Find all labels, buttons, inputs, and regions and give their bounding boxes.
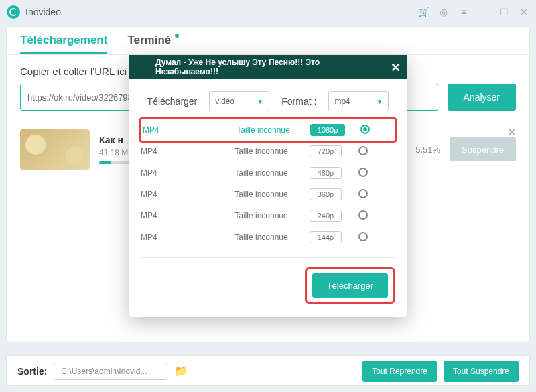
quality-badge: 240p [310, 210, 342, 222]
format-row[interactable]: MP4 Taille inconnue 1080p [143, 119, 393, 141]
format-row[interactable]: MP4 Taille inconnue 480p [141, 162, 395, 184]
modal-title-bar: Думал - Уже Не услышу Эту Песню!!! Это Н… [129, 55, 407, 79]
format-row[interactable]: MP4 Taille inconnue 720p [141, 141, 395, 162]
format-label: Format : [281, 96, 316, 107]
quality-badge: 480p [310, 167, 342, 179]
format-select[interactable]: mp4▼ [328, 91, 389, 111]
modal-close-icon[interactable]: ✕ [391, 60, 401, 75]
quality-badge: 360p [310, 188, 342, 200]
download-button[interactable]: Télécharger [312, 273, 388, 298]
radio-icon[interactable] [360, 125, 370, 134]
radio-icon[interactable] [358, 210, 368, 220]
format-row[interactable]: MP4 Taille inconnue 240p [141, 205, 395, 226]
chevron-down-icon: ▼ [377, 98, 383, 105]
quality-badge: 144p [310, 231, 342, 243]
radio-icon[interactable] [358, 168, 368, 177]
modal-footer: Télécharger [129, 267, 407, 317]
radio-icon[interactable] [358, 232, 368, 241]
download-type-label: Télécharger [147, 96, 198, 107]
radio-icon[interactable] [358, 189, 368, 198]
format-list: MP4 Taille inconnue 1080p MP4 Taille inc… [129, 117, 407, 253]
format-row[interactable]: MP4 Taille inconnue 360p [141, 184, 395, 205]
format-row[interactable]: MP4 Taille inconnue 144p [141, 226, 395, 248]
divider [141, 257, 395, 258]
radio-icon[interactable] [358, 146, 368, 155]
quality-badge: 1080p [310, 124, 346, 136]
download-type-select[interactable]: vidéo▼ [209, 91, 269, 111]
modal-filters: Télécharger vidéo▼ Format : mp4▼ [129, 79, 407, 119]
modal-title: Думал - Уже Не услышу Эту Песню!!! Это Н… [155, 58, 381, 76]
quality-badge: 720p [310, 145, 342, 157]
chevron-down-icon: ▼ [257, 98, 263, 105]
format-modal: Думал - Уже Не услышу Эту Песню!!! Это Н… [129, 55, 407, 317]
